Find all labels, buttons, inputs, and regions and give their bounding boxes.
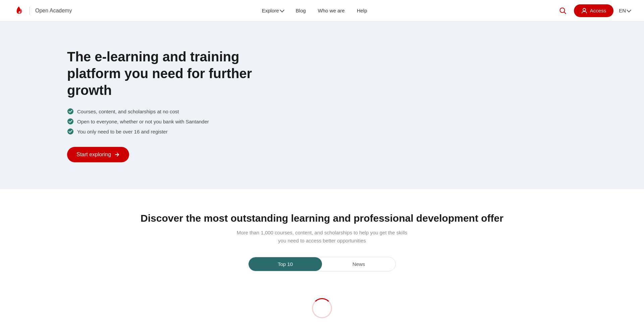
svg-line-1: [564, 12, 566, 13]
check-icon-3: [67, 128, 74, 135]
nav-who-we-are[interactable]: Who we are: [318, 8, 345, 13]
language-selector[interactable]: EN: [619, 8, 631, 13]
navbar: Open Academy Explore Blog Who we are Hel…: [0, 0, 644, 21]
svg-point-5: [67, 128, 73, 134]
check-icon-1: [67, 108, 74, 115]
tabs-container: Top 10 News: [13, 257, 631, 271]
chevron-down-icon: [279, 8, 284, 12]
svg-point-4: [67, 118, 73, 124]
user-icon: [581, 8, 587, 14]
tab-top10[interactable]: Top 10: [249, 257, 322, 271]
nav-explore[interactable]: Explore: [262, 8, 284, 13]
feature-item-3: You only need to be over 16 and register: [67, 128, 268, 135]
navbar-right: Access EN: [557, 4, 631, 17]
feature-item-1: Courses, content, and scholarships at no…: [67, 108, 268, 115]
loader-container: [13, 285, 631, 333]
santander-logo[interactable]: Open Academy: [13, 5, 72, 16]
discover-subtitle: More than 1,000 courses, content, and sc…: [235, 229, 409, 245]
hero-section: The e-learning and training platform you…: [0, 21, 644, 189]
logo-area: Open Academy: [13, 5, 72, 16]
search-button[interactable]: [557, 5, 569, 16]
nav-blog[interactable]: Blog: [296, 8, 306, 13]
access-button[interactable]: Access: [574, 4, 613, 17]
hero-title: The e-learning and training platform you…: [67, 48, 268, 99]
content-tabs: Top 10 News: [248, 257, 396, 271]
search-icon: [559, 7, 567, 14]
svg-point-2: [583, 8, 586, 11]
nav-help[interactable]: Help: [357, 8, 367, 13]
tab-news[interactable]: News: [322, 257, 395, 271]
discover-section: Discover the most outstanding learning a…: [0, 189, 644, 333]
logo-divider: [30, 7, 30, 15]
feature-item-2: Open to everyone, whether or not you ban…: [67, 118, 268, 125]
hero-features: Courses, content, and scholarships at no…: [67, 108, 268, 135]
hero-content: The e-learning and training platform you…: [67, 48, 268, 162]
discover-title: Discover the most outstanding learning a…: [13, 213, 631, 224]
nav-links: Explore Blog Who we are Help: [262, 8, 367, 13]
svg-point-3: [67, 108, 73, 114]
chevron-down-icon: [627, 8, 631, 12]
logo-text: Open Academy: [35, 8, 72, 14]
flame-icon: [13, 5, 24, 16]
loading-spinner: [312, 298, 332, 318]
check-icon-2: [67, 118, 74, 125]
start-exploring-button[interactable]: Start exploring: [67, 147, 129, 162]
arrow-right-icon: [114, 152, 120, 157]
